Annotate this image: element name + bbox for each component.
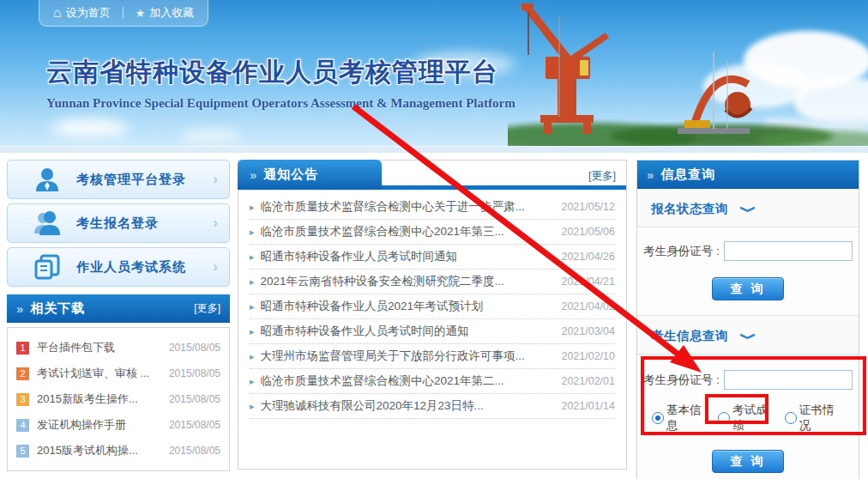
set-home-label: 设为首页 [66,5,111,21]
radio-option[interactable]: 考试成绩 [718,403,777,434]
download-rank-badge: 4 [16,419,29,432]
notices-tab[interactable]: 通知公告 [238,160,382,190]
notice-label: 大理州市场监督管理局关于下放部分行政许可事项... [261,349,553,364]
notice-label: 临沧市质量技术监督综合检测中心关于进一步严肃... [261,199,553,215]
radio-label: 证书情况 [799,403,844,434]
login-button-candidate[interactable]: 考生报名登录 [7,203,230,243]
notice-item[interactable]: 昭通市特种设备作业人员2021年考试预计划 2021/04/02 [250,294,615,319]
section-heading: 报名状态查询 [651,201,728,217]
cloud-decoration [51,118,129,137]
id-number-label: 考生身份证号 : [643,373,720,388]
notice-label: 临沧市质量技术监督综合检测中心2021年第二... [261,373,553,389]
notice-date: 2021/04/02 [561,300,615,312]
download-item[interactable]: 1 平台插件包下载 2015/08/05 [16,335,220,361]
download-label: 2015版考试机构操... [37,443,162,458]
downloads-title: 相关下载 [30,300,85,317]
id-number-input[interactable] [724,241,853,261]
download-date: 2015/08/05 [169,367,220,379]
notice-date: 2021/02/01 [561,375,615,387]
query-type-radios: 基本信息 考试成绩 证书情况 [648,403,847,434]
notice-label: 大理驰诚科技有限公司2020年12月23日特... [261,398,553,414]
download-label: 平台插件包下载 [37,340,162,355]
download-date: 2015/08/05 [169,419,220,431]
double-chevron-icon [647,167,654,182]
add-favorite-link[interactable]: 加入收藏 [136,5,195,21]
radio-circle-icon [785,412,797,424]
query-panel-title: 信息查询 [660,167,715,183]
chevron-right-icon [213,258,218,276]
home-icon [53,6,62,20]
notices-list: 临沧市质量技术监督综合检测中心关于进一步严肃... 2021/05/12 临沧市… [238,190,626,419]
downloads-list: 1 平台插件包下载 2015/08/05 2 考试计划送审、审核 ... 201… [7,327,230,471]
query-button[interactable]: 查 询 [712,450,784,473]
radio-option[interactable]: 证书情况 [785,403,844,434]
radio-label: 基本信息 [666,403,711,434]
bullet-arrow-icon [250,401,255,412]
notice-label: 昭通市特种设备作业人员考试时间通知 [261,249,553,264]
page: 设为首页 加入收藏 云南省特种设备作业人员考核管理平台 Yunnan Provi… [0,0,868,479]
notice-item[interactable]: 大理驰诚科技有限公司2020年12月23日特... 2021/01/14 [250,394,615,419]
notices-panel: 通知公告 [更多] 临沧市质量技术监督综合检测中心关于进一步严肃... 2021… [238,160,627,470]
radio-circle-icon [718,412,730,424]
notice-item[interactable]: 大理州市场监督管理局关于下放部分行政许可事项... 2021/02/10 [250,344,615,369]
set-home-link[interactable]: 设为首页 [53,5,111,21]
notice-date: 2021/05/12 [561,201,615,213]
middle-column: 通知公告 [更多] 临沧市质量技术监督综合检测中心关于进一步严肃... 2021… [238,160,627,470]
notices-more-link[interactable]: [更多] [588,169,616,184]
header-bottom-strip [0,146,868,153]
chevron-right-icon [213,171,218,188]
section-heading: 考生信息查询 [651,328,728,344]
radio-option[interactable]: 基本信息 [652,403,711,434]
main-content: 考核管理平台登录 考生报名登录 [0,153,868,479]
double-chevron-icon [250,167,256,182]
left-column: 考核管理平台登录 考生报名登录 [7,160,230,471]
notice-item[interactable]: 昭通市特种设备作业人员考试时间通知 2021/04/26 [250,245,615,270]
bullet-arrow-icon [250,276,255,288]
download-label: 考试计划送审、审核 ... [37,366,162,381]
notice-item[interactable]: 昭通市特种设备作业人员考试时间的通知 2021/03/04 [250,319,615,344]
bullet-arrow-icon [250,351,255,362]
id-number-label: 考生身份证号 : [643,244,720,259]
radio-circle-icon [652,412,664,424]
section-registration-status[interactable]: 报名状态查询 [637,189,859,227]
login-button-exam-system[interactable]: 作业人员考试系统 [7,247,230,287]
add-favorite-label: 加入收藏 [149,5,194,21]
notice-item[interactable]: 临沧市质量技术监督综合检测中心关于进一步严肃... 2021/05/12 [250,195,615,220]
bullet-arrow-icon [250,301,255,312]
download-item[interactable]: 4 发证机构操作手册 2015/08/05 [16,412,220,438]
query-button[interactable]: 查 询 [712,277,784,300]
cloud-decoration [180,129,240,142]
download-rank-badge: 1 [16,342,29,355]
users-icon [33,209,61,237]
download-rank-badge: 2 [16,367,29,380]
download-item[interactable]: 2 考试计划送审、审核 ... 2015/08/05 [16,361,220,386]
notice-date: 2021/01/14 [561,400,615,412]
notices-title: 通知公告 [263,167,318,183]
star-icon [136,7,146,19]
bullet-arrow-icon [250,376,255,387]
notice-label: 2021年云南省特种设备安全检测研究院二季度... [261,274,553,289]
download-item[interactable]: 5 2015版考试机构操... 2015/08/05 [16,438,220,464]
download-label: 发证机构操作手册 [37,417,162,433]
registration-status-form: 考生身份证号 : 查 询 [637,227,859,316]
site-subtitle: Yunnan Province Special Equipment Operat… [46,96,515,111]
download-label: 2015新版考生操作... [37,391,162,407]
bullet-arrow-icon [250,252,255,263]
notice-date: 2021/03/04 [561,325,615,337]
section-candidate-info[interactable]: 考生信息查询 [637,316,859,355]
user-icon [33,166,61,193]
downloads-more-link[interactable]: [更多] [194,301,220,316]
notice-item[interactable]: 临沧市质量技术监督综合检测中心2021年第二... 2021/02/01 [250,369,615,394]
notice-label: 昭通市特种设备作业人员考试时间的通知 [261,324,553,339]
download-date: 2015/08/05 [169,393,220,405]
header-scenery-crane [508,0,868,146]
exam-system-icon [33,253,61,281]
notice-item[interactable]: 临沧市质量技术监督综合检测中心2021年第三... 2021/05/06 [250,220,615,245]
notice-item[interactable]: 2021年云南省特种设备安全检测研究院二季度... 2021/04/21 [250,270,615,294]
query-panel-header: 信息查询 [637,161,859,189]
download-item[interactable]: 3 2015新版考生操作... 2015/08/05 [16,386,220,412]
chevron-down-icon [744,203,753,215]
login-button-platform[interactable]: 考核管理平台登录 [7,160,230,199]
login-button-label: 考核管理平台登录 [76,172,186,188]
id-number-input[interactable] [724,370,853,390]
